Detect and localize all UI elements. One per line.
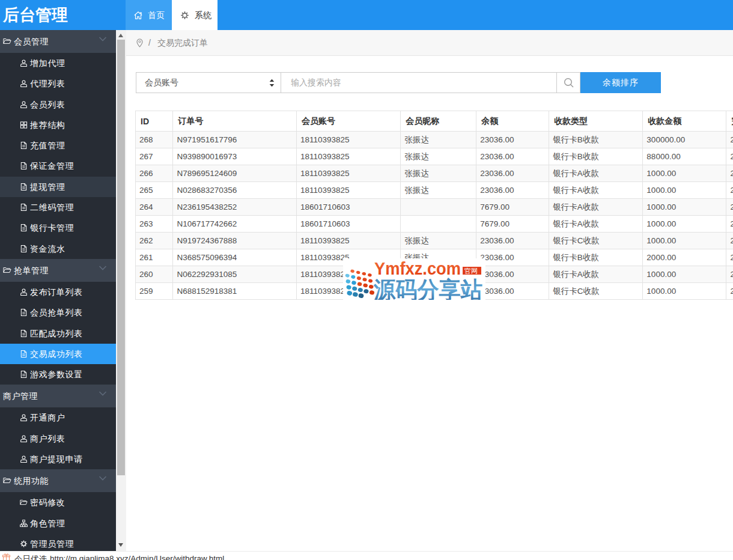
svg-text:官网: 官网 xyxy=(464,267,478,275)
svg-text:源码分享站: 源码分享站 xyxy=(373,277,482,300)
svg-text:Ymfxz.com: Ymfxz.com xyxy=(374,258,461,278)
